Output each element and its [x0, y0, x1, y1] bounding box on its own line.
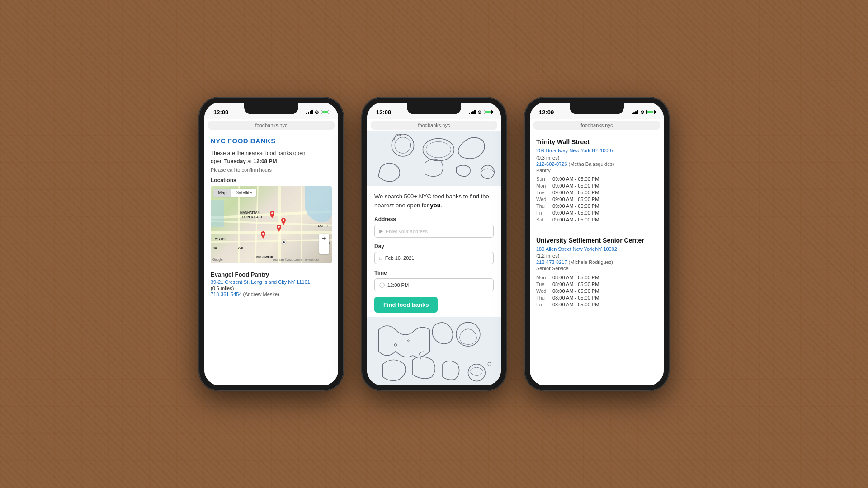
search-form: We search 500+ NYC food banks to find th…: [367, 186, 501, 317]
url-bar-1[interactable]: foodbanks.nyc: [208, 121, 335, 130]
address-input-wrapper[interactable]: ▶ Enter your address: [374, 225, 494, 238]
wifi-icon-1: ⊜: [315, 109, 319, 115]
phone-2: 12:09 ⊜ foodbanks.nyc: [362, 97, 506, 391]
signal-icon-2: [469, 110, 476, 114]
nyc-food-banks-title: NYC FOOD BANKS: [211, 137, 332, 145]
description-text: These are the nearest food banks open op…: [211, 149, 332, 165]
hero-text: We search 500+ NYC food banks to find th…: [374, 192, 494, 210]
url-bar-3[interactable]: foodbanks.nyc: [533, 121, 660, 130]
svg-point-0: [271, 212, 273, 214]
food-bank-address: 39-21 Cresent St. Long Island City NY 11…: [211, 279, 332, 285]
calendar-icon: □: [379, 255, 382, 261]
status-icons-3: ⊜: [632, 109, 655, 115]
day-input-wrapper[interactable]: □ Feb 16, 2021: [374, 252, 494, 264]
table-row: Sat09:00 AM - 05:00 PM: [536, 216, 657, 223]
phone-1: 12:09 ⊜ foodbanks.nyc NYC FOOD BANKS The…: [199, 97, 344, 391]
bank-2-address[interactable]: 189 Allen Street New York NY 10002: [536, 246, 657, 253]
bank-1-hours-table: Sun09:00 AM - 05:00 PM Mon09:00 AM - 05:…: [536, 176, 657, 223]
map-tab-map[interactable]: Map: [213, 189, 231, 197]
day-input-value: Feb 16, 2021: [385, 255, 489, 261]
table-row: Mon09:00 AM - 05:00 PM: [536, 183, 657, 189]
day-label: Day: [374, 243, 494, 249]
food-illustration-bottom: [367, 317, 501, 385]
map-pin-1: [269, 211, 275, 218]
svg-point-7: [426, 142, 451, 158]
phone-notch-1: [244, 103, 298, 114]
bank-2-type: Senior Service: [536, 266, 657, 271]
table-row: Tue08:00 AM - 05:00 PM: [536, 281, 657, 287]
food-bank-name: Evangel Food Pantry: [211, 271, 332, 278]
screen-3: Trinity Wall Street 209 Broadway New Yor…: [530, 131, 664, 385]
svg-point-16: [407, 340, 409, 342]
wifi-icon-3: ⊜: [640, 109, 644, 115]
phone-notch-3: [570, 103, 624, 114]
map-zoom-controls: + −: [319, 234, 329, 254]
bank-card-2: University Settlement Senior Center 189 …: [536, 236, 657, 315]
map-pin-3: [276, 225, 282, 232]
map-attribution: Map data ©2021 Google Terms of Use: [273, 258, 319, 261]
table-row: Mon08:00 AM - 05:00 PM: [536, 274, 657, 281]
phone-3: 12:09 ⊜ foodbanks.nyc Trinity Wall Stree…: [524, 97, 669, 391]
screen-2: We search 500+ NYC food banks to find th…: [367, 131, 501, 385]
table-row: Thu08:00 AM - 05:00 PM: [536, 294, 657, 301]
food-bank-phone: 718-361-5454 (Andrew Meske): [211, 291, 332, 297]
svg-point-11: [456, 322, 480, 346]
bank-1-distance: (0.3 miles): [536, 155, 657, 160]
svg-point-10: [481, 165, 495, 179]
phone-notch-2: [407, 103, 461, 114]
map-tab-satellite[interactable]: Satellite: [231, 189, 256, 197]
map-tabs: Map Satellite: [213, 189, 256, 197]
status-time-2: 12:09: [376, 109, 391, 116]
svg-point-3: [262, 233, 264, 235]
signal-icon-3: [632, 110, 638, 114]
svg-line-13: [419, 352, 423, 354]
status-icons-1: ⊜: [306, 109, 329, 115]
svg-point-5: [395, 137, 411, 154]
bank-2-phone[interactable]: 212-473-8217 (Michele Rodriguez): [536, 259, 657, 265]
bank-2-hours-table: Mon08:00 AM - 05:00 PM Tue08:00 AM - 05:…: [536, 274, 657, 308]
food-bank-entry-1: Evangel Food Pantry 39-21 Cresent St. Lo…: [211, 267, 332, 297]
table-row: Sun09:00 AM - 05:00 PM: [536, 176, 657, 183]
table-row: Thu09:00 AM - 05:00 PM: [536, 203, 657, 210]
table-row: Wed08:00 AM - 05:00 PM: [536, 287, 657, 294]
battery-icon-1: [321, 110, 329, 114]
map-pin-2: [281, 218, 286, 225]
google-logo: Google: [212, 258, 223, 261]
current-location-dot: [282, 240, 286, 244]
food-illustration-top: [367, 131, 501, 186]
zoom-out-button[interactable]: −: [319, 244, 329, 254]
bank-1-type: Pantry: [536, 168, 657, 173]
bank-1-phone[interactable]: 212-602-0726 (Metha Balasquides): [536, 161, 657, 167]
bank-1-address[interactable]: 209 Broadway New York NY 10007: [536, 147, 657, 154]
status-icons-2: ⊜: [469, 109, 492, 115]
food-bank-distance: (0.6 miles): [211, 286, 332, 291]
map-east-el-label: EAST EL.: [315, 225, 330, 228]
find-food-banks-button[interactable]: Find food banks: [374, 297, 438, 313]
map-upper-east-label: UPPER EAST: [242, 216, 263, 219]
wifi-icon-2: ⊜: [477, 109, 481, 115]
bank-2-name: University Settlement Senior Center: [536, 236, 657, 244]
svg-point-14: [468, 364, 486, 381]
table-row: Fri08:00 AM - 05:00 PM: [536, 301, 657, 308]
status-time-1: 12:09: [213, 109, 228, 116]
bank-card-1: Trinity Wall Street 209 Broadway New Yor…: [536, 138, 657, 230]
map-pin-4: [260, 231, 266, 239]
zoom-in-button[interactable]: +: [319, 234, 329, 244]
battery-icon-2: [484, 110, 492, 114]
map-manhattan-label: MANHATTAN: [240, 211, 260, 214]
map-278-label: 278: [238, 246, 243, 249]
battery-icon-3: [646, 110, 655, 114]
confirm-hours-text: Please call to confirm hours: [211, 167, 332, 173]
screen-1: NYC FOOD BANKS These are the nearest foo…: [204, 131, 338, 385]
locations-label: Locations: [211, 177, 332, 183]
map-container[interactable]: MANHATTAN UPPER EAST EAST EL. w York 278…: [211, 186, 332, 263]
bank-1-name: Trinity Wall Street: [536, 138, 657, 146]
signal-icon-1: [306, 110, 313, 114]
location-icon: ▶: [379, 228, 383, 234]
svg-point-17: [488, 362, 491, 366]
svg-point-6: [423, 139, 454, 161]
status-time-3: 12:09: [539, 109, 554, 116]
time-input-wrapper[interactable]: ◯ 12:08 PM: [374, 278, 494, 291]
url-bar-2[interactable]: foodbanks.nyc: [371, 121, 497, 130]
map-york-label: w York: [215, 237, 225, 240]
